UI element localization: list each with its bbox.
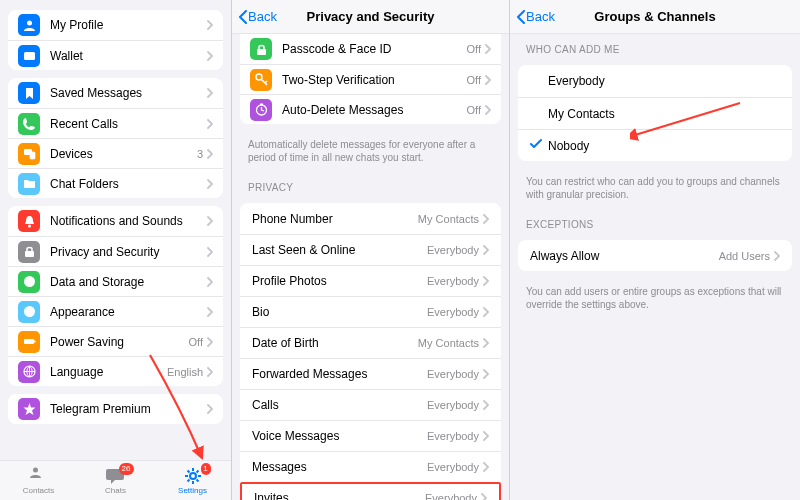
row-value: Everybody bbox=[427, 306, 479, 318]
option-nobody[interactable]: Nobody bbox=[518, 129, 792, 161]
security-row-two-step-verification[interactable]: Two-Step VerificationOff bbox=[240, 64, 501, 94]
chevron-right-icon bbox=[207, 179, 213, 189]
privacy-row-invites[interactable]: InvitesEverybody bbox=[240, 482, 501, 500]
who-footer: You can restrict who can add you to grou… bbox=[510, 171, 800, 209]
privacy-row-phone-number[interactable]: Phone NumberMy Contacts bbox=[240, 203, 501, 234]
back-label: Back bbox=[526, 9, 555, 24]
option-everybody[interactable]: Everybody bbox=[518, 65, 792, 97]
privacy-row-messages[interactable]: MessagesEverybody bbox=[240, 451, 501, 482]
who-header: WHO CAN ADD ME bbox=[510, 34, 800, 59]
chevron-right-icon bbox=[207, 119, 213, 129]
star-icon bbox=[18, 398, 40, 420]
row-label: Bio bbox=[252, 305, 427, 319]
settings-row-language[interactable]: LanguageEnglish bbox=[8, 356, 223, 386]
exception-row-always-allow[interactable]: Always AllowAdd Users bbox=[518, 240, 792, 271]
settings-row-chat-folders[interactable]: Chat Folders bbox=[8, 168, 223, 198]
back-button[interactable]: Back bbox=[516, 9, 555, 24]
privacy-header: PRIVACY bbox=[232, 172, 509, 197]
privacy-row-date-of-birth[interactable]: Date of BirthMy Contacts bbox=[240, 327, 501, 358]
settings-row-power-saving[interactable]: Power SavingOff bbox=[8, 326, 223, 356]
row-value: Everybody bbox=[427, 275, 479, 287]
row-value: 3 bbox=[197, 148, 203, 160]
back-button[interactable]: Back bbox=[238, 9, 277, 24]
row-label: Appearance bbox=[50, 305, 207, 319]
security-row-auto-delete-messages[interactable]: Auto-Delete MessagesOff bbox=[240, 94, 501, 124]
row-value: Off bbox=[467, 43, 481, 55]
navbar: Back Groups & Channels bbox=[510, 0, 800, 34]
privacy-row-voice-messages[interactable]: Voice MessagesEverybody bbox=[240, 420, 501, 451]
row-label: Forwarded Messages bbox=[252, 367, 427, 381]
navbar: Back Privacy and Security bbox=[232, 0, 509, 34]
privacy-row-forwarded-messages[interactable]: Forwarded MessagesEverybody bbox=[240, 358, 501, 389]
privacy-row-bio[interactable]: BioEverybody bbox=[240, 296, 501, 327]
security-footer: Automatically delete messages for everyo… bbox=[232, 134, 509, 172]
chevron-right-icon bbox=[483, 214, 489, 224]
row-value: My Contacts bbox=[418, 337, 479, 349]
row-label: Invites bbox=[254, 491, 425, 501]
row-label: Voice Messages bbox=[252, 429, 427, 443]
settings-row-data-and-storage[interactable]: Data and Storage bbox=[8, 266, 223, 296]
person-icon bbox=[18, 14, 40, 36]
option-label: My Contacts bbox=[548, 107, 615, 121]
chevron-right-icon bbox=[483, 338, 489, 348]
option-my-contacts[interactable]: My Contacts bbox=[518, 97, 792, 129]
settings-row-notifications-and-sounds[interactable]: Notifications and Sounds bbox=[8, 206, 223, 236]
settings-row-privacy-and-security[interactable]: Privacy and Security bbox=[8, 236, 223, 266]
row-label: Data and Storage bbox=[50, 275, 207, 289]
row-label: Two-Step Verification bbox=[282, 73, 467, 87]
row-label: Auto-Delete Messages bbox=[282, 103, 467, 117]
chevron-right-icon bbox=[207, 247, 213, 257]
row-label: Privacy and Security bbox=[50, 245, 207, 259]
settings-row-wallet[interactable]: Wallet bbox=[8, 40, 223, 70]
tab-label: Contacts bbox=[23, 486, 55, 495]
privacy-row-last-seen-online[interactable]: Last Seen & OnlineEverybody bbox=[240, 234, 501, 265]
check-icon bbox=[530, 138, 548, 153]
devices-icon bbox=[18, 143, 40, 165]
chevron-right-icon bbox=[483, 431, 489, 441]
chat-icon: 26 bbox=[106, 466, 126, 486]
privacy-row-calls[interactable]: CallsEverybody bbox=[240, 389, 501, 420]
row-label: Chat Folders bbox=[50, 177, 207, 191]
settings-row-telegram-premium[interactable]: Telegram Premium bbox=[8, 394, 223, 424]
row-value: Add Users bbox=[719, 250, 770, 262]
settings-row-appearance[interactable]: Appearance bbox=[8, 296, 223, 326]
chevron-right-icon bbox=[207, 88, 213, 98]
row-value: Everybody bbox=[427, 368, 479, 380]
row-label: My Profile bbox=[50, 18, 207, 32]
row-label: Notifications and Sounds bbox=[50, 214, 207, 228]
option-label: Nobody bbox=[548, 139, 589, 153]
chevron-right-icon bbox=[481, 493, 487, 501]
chevron-right-icon bbox=[207, 216, 213, 226]
timer-icon bbox=[250, 99, 272, 121]
page-title: Groups & Channels bbox=[594, 9, 715, 24]
settings-row-devices[interactable]: Devices3 bbox=[8, 138, 223, 168]
chevron-right-icon bbox=[774, 251, 780, 261]
chevron-right-icon bbox=[207, 367, 213, 377]
settings-row-my-profile[interactable]: My Profile bbox=[8, 10, 223, 40]
row-label: Passcode & Face ID bbox=[282, 42, 467, 56]
disk-icon bbox=[18, 271, 40, 293]
lock-icon bbox=[250, 38, 272, 60]
row-value: Off bbox=[467, 104, 481, 116]
chevron-left-icon bbox=[516, 10, 526, 24]
row-label: Always Allow bbox=[530, 249, 719, 263]
tab-label: Settings bbox=[178, 486, 207, 495]
tab-settings[interactable]: 1Settings bbox=[154, 461, 231, 500]
settings-row-recent-calls[interactable]: Recent Calls bbox=[8, 108, 223, 138]
settings-row-saved-messages[interactable]: Saved Messages bbox=[8, 78, 223, 108]
row-value: Everybody bbox=[427, 244, 479, 256]
chevron-right-icon bbox=[207, 277, 213, 287]
chevron-right-icon bbox=[483, 245, 489, 255]
row-value: My Contacts bbox=[418, 213, 479, 225]
privacy-row-profile-photos[interactable]: Profile PhotosEverybody bbox=[240, 265, 501, 296]
tab-contacts[interactable]: Contacts bbox=[0, 461, 77, 500]
option-label: Everybody bbox=[548, 74, 605, 88]
row-value: Everybody bbox=[427, 461, 479, 473]
security-row-passcode-face-id[interactable]: Passcode & Face IDOff bbox=[240, 34, 501, 64]
lock-icon bbox=[18, 241, 40, 263]
tab-chats[interactable]: 26Chats bbox=[77, 461, 154, 500]
exceptions-header: EXCEPTIONS bbox=[510, 209, 800, 234]
bookmark-icon bbox=[18, 82, 40, 104]
exceptions-footer: You can add users or entire groups as ex… bbox=[510, 281, 800, 319]
row-label: Date of Birth bbox=[252, 336, 418, 350]
